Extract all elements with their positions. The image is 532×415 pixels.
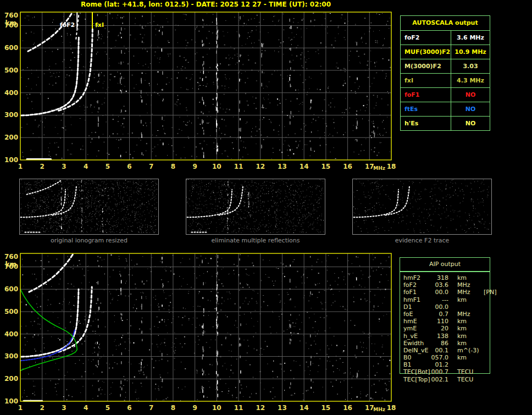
table-row: foF2 3.6 MHz	[401, 31, 490, 45]
table-row: foF1 NO	[401, 88, 490, 102]
svg-text:MHz: MHz	[373, 407, 385, 412]
table-row: B0 057.0 km	[403, 354, 530, 361]
param-unit: km	[457, 274, 479, 281]
svg-text:13: 13	[278, 404, 287, 412]
param-label: hmF2	[403, 274, 430, 281]
svg-text:5: 5	[106, 404, 110, 412]
param-value: 00.1	[430, 347, 448, 354]
param-unit: TECU	[457, 376, 479, 383]
aip-ionogram-plot: 760700600500400300200100km12345678910111…	[0, 252, 407, 415]
param-value: 00.0	[430, 289, 448, 296]
autoscala-ionogram-plot: foF2fxI760700600500400300200100km1234567…	[0, 11, 407, 176]
svg-text:400: 400	[4, 330, 18, 338]
table-row: Ewidth 86 km	[403, 340, 530, 347]
svg-text:7: 7	[149, 404, 153, 412]
thumbnail-caption: evidence F2 trace	[352, 237, 492, 244]
svg-text:17: 17	[365, 163, 374, 170]
param-value: 318	[430, 274, 448, 281]
svg-text:760: 760	[4, 253, 18, 261]
svg-text:300: 300	[4, 352, 18, 360]
table-row: TEC[Top] 002.1 TECU	[403, 376, 530, 383]
param-label: TEC[Bot]	[403, 368, 430, 375]
svg-text:MHz: MHz	[373, 165, 385, 171]
param-label: ymE	[403, 325, 430, 332]
param-label: h'Es	[401, 117, 451, 130]
param-unit: TECU	[457, 368, 479, 375]
param-value: 057.0	[430, 354, 448, 361]
table-row: ftEs NO	[401, 102, 490, 117]
param-label: TEC[Top]	[403, 376, 430, 383]
param-label: foF2	[401, 31, 451, 45]
param-unit: km	[457, 340, 479, 347]
svg-text:1: 1	[18, 404, 23, 412]
thumbnail-original-ionogram-image	[20, 179, 157, 233]
svg-text:foF2: foF2	[60, 21, 75, 29]
svg-text:400: 400	[4, 89, 18, 97]
station-date-title: Rome (lat: +41.8, lon: 012.5) - DATE: 20…	[20, 1, 391, 8]
param-label: hmE	[403, 318, 430, 325]
param-label: ftEs	[401, 102, 451, 116]
table-row: DelN_vE 00.1 m^(-3)	[403, 347, 530, 354]
param-value: 20	[430, 325, 448, 332]
svg-text:100: 100	[4, 156, 18, 164]
svg-text:18: 18	[387, 404, 396, 412]
svg-text:11: 11	[234, 404, 243, 412]
param-label: B0	[403, 354, 430, 361]
param-value: ---	[430, 296, 448, 303]
table-row: ymE 20 km	[403, 325, 530, 332]
param-value: 138	[430, 333, 448, 340]
svg-text:17: 17	[365, 404, 374, 412]
svg-text:15: 15	[322, 404, 331, 412]
svg-text:8: 8	[171, 163, 175, 170]
param-label: foF2	[403, 281, 430, 289]
svg-text:6: 6	[127, 163, 131, 170]
param-value: NO	[451, 102, 490, 116]
svg-text:100: 100	[4, 397, 18, 405]
table-row: MUF(3000)F2 10.9 MHz	[401, 45, 490, 59]
svg-text:16: 16	[343, 404, 352, 412]
param-value: 10.9 MHz	[451, 45, 490, 59]
svg-text:600: 600	[4, 285, 18, 293]
autoscala-output-table: AUTOSCALA output foF2 3.6 MHz MUF(3000)F…	[400, 15, 490, 131]
param-unit: km	[457, 354, 479, 361]
aip-output-table: hmF2 318 km foF2 03.6 MHz foF1 00.0 MHz …	[403, 274, 530, 383]
autoscala-table-header: AUTOSCALA output	[401, 16, 490, 31]
param-value: 3.03	[451, 59, 490, 73]
param-value: 86	[430, 340, 448, 347]
autoscala-app-window: Rome (lat: +41.8, lon: 012.5) - DATE: 20…	[0, 0, 532, 415]
param-value: 002.1	[430, 376, 448, 383]
svg-text:1: 1	[18, 163, 23, 170]
param-value: 110	[430, 318, 448, 325]
svg-text:fxI: fxI	[95, 21, 104, 29]
param-unit: km	[457, 318, 479, 325]
table-row: fxI 4.3 MHz	[401, 74, 490, 88]
param-label: hmF1	[403, 296, 430, 303]
param-label: MUF(3000)F2	[401, 45, 451, 59]
thumbnail-caption: eliminate multiple reflections	[186, 237, 325, 244]
svg-text:km: km	[5, 19, 16, 27]
thumbnail-evidence-f2-trace	[352, 179, 492, 235]
param-unit	[457, 361, 479, 368]
svg-text:500: 500	[4, 308, 18, 316]
svg-text:200: 200	[4, 134, 18, 141]
param-value: NO	[451, 117, 490, 130]
svg-text:8: 8	[171, 404, 175, 412]
table-row: h_vE 138 km	[403, 333, 530, 340]
param-extra: [PN]	[484, 289, 496, 296]
table-row: hmF1 --- km	[403, 296, 530, 303]
svg-text:760: 760	[4, 12, 18, 19]
thumbnail-eliminate-reflections	[186, 179, 325, 235]
svg-text:14: 14	[300, 404, 309, 412]
svg-text:km: km	[5, 261, 16, 268]
table-row: D1 00.0	[403, 303, 530, 311]
param-label: foF1	[403, 289, 430, 296]
param-value: 01.2	[430, 361, 448, 368]
table-row: TEC[Bot] 000.7 TECU	[403, 368, 530, 375]
svg-text:7: 7	[149, 163, 153, 170]
param-label: DelN_vE	[403, 347, 430, 354]
svg-text:300: 300	[4, 111, 18, 119]
param-unit	[457, 303, 479, 311]
param-label: fxI	[401, 74, 451, 87]
svg-text:13: 13	[278, 163, 287, 170]
svg-text:5: 5	[106, 163, 110, 170]
